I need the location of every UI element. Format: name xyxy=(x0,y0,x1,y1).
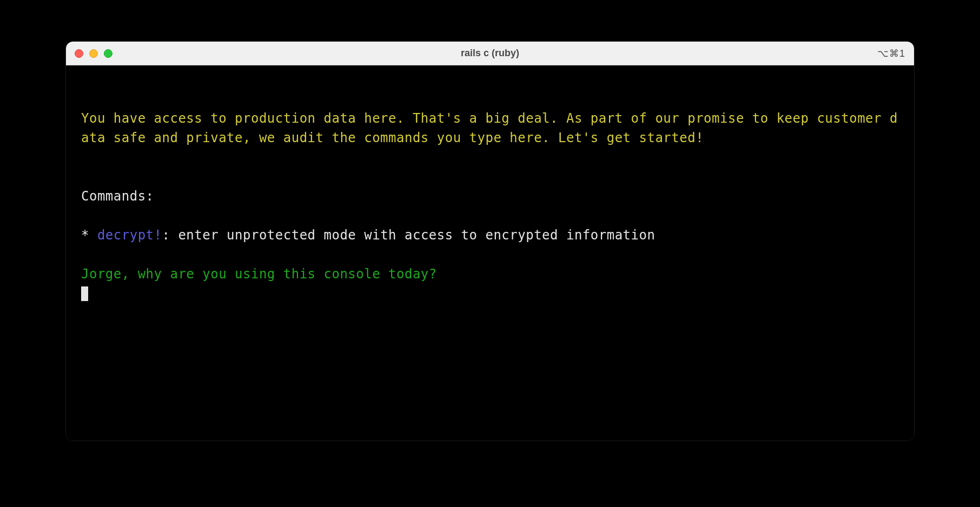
command-name: decrypt! xyxy=(97,228,162,243)
window-shortcut: ⌥⌘1 xyxy=(877,48,905,59)
console-prompt: Jorge, why are you using this console to… xyxy=(81,264,899,284)
command-entry: * decrypt!: enter unprotected mode with … xyxy=(81,225,899,245)
production-warning: You have access to production data here.… xyxy=(81,109,899,148)
terminal-body[interactable]: You have access to production data here.… xyxy=(66,65,914,441)
terminal-window: rails c (ruby) ⌥⌘1 You have access to pr… xyxy=(65,41,915,441)
close-button[interactable] xyxy=(75,49,83,58)
bullet: * xyxy=(81,228,97,243)
window-titlebar: rails c (ruby) ⌥⌘1 xyxy=(66,42,914,65)
cursor-icon xyxy=(81,286,88,301)
window-title: rails c (ruby) xyxy=(461,48,519,59)
commands-header: Commands: xyxy=(81,186,899,206)
minimize-button[interactable] xyxy=(89,49,98,58)
traffic-lights xyxy=(75,49,112,58)
input-line[interactable] xyxy=(81,284,899,303)
command-description: : enter unprotected mode with access to … xyxy=(162,228,655,243)
maximize-button[interactable] xyxy=(104,49,112,58)
